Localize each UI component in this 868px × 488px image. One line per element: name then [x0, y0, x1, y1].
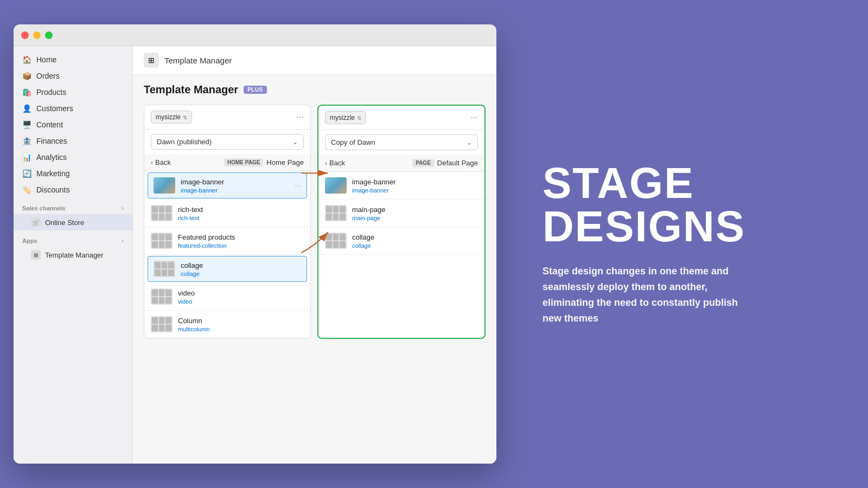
- left-panel-header: mysizzle ⇅ ···: [144, 105, 310, 130]
- left-section-info-collage: collage collage: [181, 261, 203, 277]
- right-section-type-main-page: main-page: [352, 215, 385, 221]
- right-store-name: mysizzle: [330, 114, 355, 121]
- left-section-column[interactable]: Column multicolumn: [144, 311, 310, 338]
- left-store-select[interactable]: mysizzle ⇅: [151, 111, 192, 124]
- right-section-image-banner[interactable]: image-banner image-banner: [318, 172, 484, 200]
- template-manager-label: Template Manager: [45, 251, 104, 259]
- left-store-arrow: ⇅: [183, 114, 187, 120]
- template-manager-icon: ⊞: [31, 250, 41, 260]
- right-back-btn[interactable]: ‹ Back: [325, 159, 345, 167]
- right-back-chevron: ‹: [325, 159, 327, 167]
- left-theme-name: Dawn (published): [157, 138, 212, 146]
- left-section-type-column: multicolumn: [178, 326, 210, 332]
- right-section-name-image-banner: image-banner: [352, 178, 395, 186]
- right-section-name-collage: collage: [352, 233, 374, 241]
- marketing-icon: 🔄: [22, 169, 31, 178]
- sidebar-label-orders: Orders: [36, 72, 60, 80]
- right-thumb-image-banner: [325, 177, 347, 194]
- right-thumb-main-page: [325, 205, 347, 221]
- sidebar-section-apps: Apps ›: [14, 230, 132, 247]
- left-section-more-image-banner[interactable]: ···: [295, 181, 301, 190]
- left-section-type-video: video: [178, 298, 195, 305]
- right-section-collage[interactable]: collage collage: [318, 227, 484, 255]
- sidebar-section-sales-channels: Sales channels ›: [14, 198, 132, 214]
- right-section-name-main-page: main-page: [352, 206, 385, 214]
- sidebar-label-products: Products: [36, 88, 66, 97]
- left-section-featured-products[interactable]: Featured products featured-collection: [144, 227, 310, 255]
- left-section-info-column: Column multicolumn: [178, 317, 210, 332]
- left-thumb-column: [151, 316, 173, 332]
- right-page-badge-text: Default Page: [437, 159, 478, 167]
- sidebar-label-home: Home: [36, 55, 56, 64]
- left-section-type-rich-text: rich-text: [178, 215, 203, 221]
- app-header-title: Template Manager: [164, 56, 232, 65]
- left-section-video[interactable]: video video: [144, 283, 310, 311]
- left-section-type-featured-products: featured-collection: [178, 242, 235, 249]
- right-section-type-image-banner: image-banner: [352, 187, 395, 194]
- sidebar-item-orders[interactable]: 📦 Orders: [14, 68, 132, 84]
- hero-body: Stage design changes in one theme and se…: [542, 264, 749, 326]
- hero-heading-line1: STAGE: [542, 162, 749, 205]
- left-section-info-image-banner: image-banner image-banner: [181, 178, 224, 194]
- sidebar: 🏠 Home 📦 Orders 🛍️ Products 👤 Customers …: [14, 46, 133, 464]
- left-back-btn[interactable]: ‹ Back: [151, 158, 171, 166]
- left-section-name-column: Column: [178, 317, 210, 325]
- sidebar-item-customers[interactable]: 👤 Customers: [14, 100, 132, 117]
- left-section-name-video: video: [178, 289, 195, 297]
- left-section-rich-text[interactable]: rich-text rich-text: [144, 200, 310, 227]
- right-theme-select[interactable]: Copy of Dawn ⌄: [325, 134, 478, 150]
- sidebar-item-online-store[interactable]: 🛒 Online Store: [14, 214, 132, 230]
- sidebar-label-finances: Finances: [36, 137, 67, 145]
- sidebar-item-finances[interactable]: 🏦 Finances: [14, 133, 132, 149]
- finances-icon: 🏦: [22, 137, 31, 145]
- minimize-button[interactable]: [33, 31, 41, 39]
- app-header: ⊞ Template Manager: [133, 46, 496, 75]
- left-section-info-video: video video: [178, 289, 195, 305]
- close-button[interactable]: [21, 31, 29, 39]
- left-theme-select[interactable]: Dawn (published) ⌄: [151, 134, 304, 150]
- page-title: Template Manager PLUS: [144, 84, 486, 96]
- sidebar-item-products[interactable]: 🛍️ Products: [14, 84, 132, 100]
- sidebar-item-marketing[interactable]: 🔄 Marketing: [14, 165, 132, 182]
- left-section-type-image-banner: image-banner: [181, 187, 224, 194]
- hero-heading: STAGE DESIGNS: [542, 162, 749, 248]
- sidebar-item-home[interactable]: 🏠 Home: [14, 52, 132, 68]
- left-panel-dots[interactable]: ···: [297, 112, 304, 122]
- left-section-name-rich-text: rich-text: [178, 206, 203, 214]
- right-section-main-page[interactable]: main-page main-page: [318, 200, 484, 227]
- left-section-name-featured-products: Featured products: [178, 233, 235, 241]
- analytics-icon: 📊: [22, 153, 31, 162]
- online-store-label: Online Store: [45, 219, 84, 227]
- left-section-collage[interactable]: collage collage: [148, 256, 307, 282]
- right-page-badge: PAGE Default Page: [412, 159, 478, 167]
- customers-icon: 👤: [22, 104, 31, 113]
- sidebar-label-discounts: Discounts: [36, 185, 69, 194]
- app-header-icon: ⊞: [144, 53, 159, 68]
- left-back-chevron: ‹: [151, 159, 153, 166]
- sidebar-item-content[interactable]: 🖥️ Content: [14, 117, 132, 133]
- left-page-badge-label: HOME PAGE: [224, 158, 263, 166]
- sidebar-label-content: Content: [36, 120, 63, 129]
- right-section-info-image-banner: image-banner image-banner: [352, 178, 395, 194]
- left-section-image-banner[interactable]: image-banner image-banner ···: [148, 172, 307, 198]
- sidebar-label-marketing: Marketing: [36, 169, 69, 178]
- main-content: ⊞ Template Manager Template Manager PLUS: [133, 46, 496, 464]
- right-store-select[interactable]: mysizzle ⇅: [325, 111, 366, 124]
- apps-arrow: ›: [122, 237, 124, 245]
- right-section-info-main-page: main-page main-page: [352, 206, 385, 221]
- left-thumb-collage: [154, 261, 175, 277]
- apps-label: Apps: [22, 237, 37, 244]
- right-section-type-collage: collage: [352, 242, 374, 249]
- left-section-list: image-banner image-banner ···: [144, 172, 310, 338]
- maximize-button[interactable]: [45, 31, 53, 39]
- right-panel: mysizzle ⇅ ··· Copy of Dawn ⌄: [317, 105, 486, 339]
- right-panel-dots[interactable]: ···: [471, 113, 478, 123]
- sidebar-item-discounts[interactable]: 🏷️ Discounts: [14, 182, 132, 198]
- products-icon: 🛍️: [22, 88, 31, 97]
- left-thumb-image-banner: [154, 177, 175, 194]
- sidebar-item-analytics[interactable]: 📊 Analytics: [14, 149, 132, 165]
- left-theme-chevron: ⌄: [292, 138, 298, 146]
- sidebar-item-template-manager[interactable]: ⊞ Template Manager: [14, 247, 132, 263]
- right-hero: STAGE DESIGNS Stage design changes in on…: [510, 0, 868, 488]
- page-title-text: Template Manager: [144, 84, 238, 96]
